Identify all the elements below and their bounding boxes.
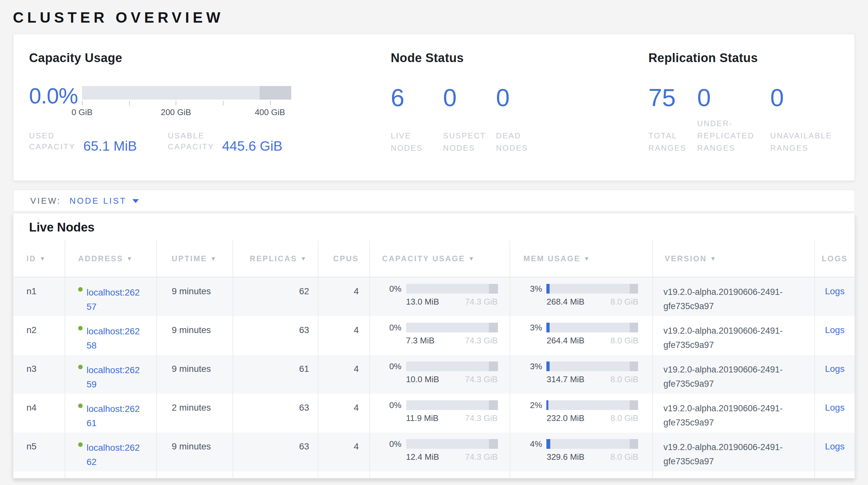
capacity-gauge-reserved-segment — [260, 86, 291, 99]
capacity-gauge-bar — [82, 86, 291, 99]
table-header-row: ID▼ ADDRESS▼ UPTIME▼ REPLICAS▼ CPUS CAPA… — [13, 240, 855, 278]
mem-total-value: 8.0 GiB — [610, 336, 639, 345]
sort-arrow-icon: ▼ — [469, 255, 475, 262]
unavailable-ranges-stat: 0 UNAVAILABLE RANGES — [770, 85, 842, 154]
suspect-nodes-value: 0 — [443, 85, 496, 111]
cpus-cell: 4 — [317, 355, 369, 394]
unavailable-ranges-value: 0 — [770, 85, 842, 111]
replicas-cell: 63 — [232, 316, 318, 355]
capacity-bar — [406, 323, 498, 333]
column-header-uptime[interactable]: UPTIME▼ — [156, 240, 232, 277]
mem-usage-cell: 3% 268.4 MiB8.0 GiB — [510, 278, 653, 316]
used-capacity-stat: USED CAPACITY 65.1 MiB — [29, 131, 137, 152]
node-address-link[interactable]: localhost:26262 — [87, 440, 142, 469]
cpus-cell: 4 — [317, 316, 369, 355]
capacity-used-value: 7.3 MiB — [406, 336, 434, 345]
sort-arrow-icon: ▼ — [127, 255, 133, 262]
logs-cell: Logs — [814, 394, 855, 433]
capacity-used-value: 11.9 MiB — [406, 413, 438, 423]
mem-bar-used — [547, 323, 550, 333]
uptime-cell: 9 minutes — [156, 316, 232, 355]
node-address-cell: localhost:26259 — [65, 355, 156, 394]
live-nodes-value: 6 — [391, 85, 443, 111]
version-cell: v19.2.0-alpha.20190606-2491-gfe735c9a97 — [653, 355, 815, 394]
logs-link[interactable]: Logs — [825, 286, 845, 296]
mem-used-value: 232.0 MiB — [547, 413, 585, 423]
node-address-cell: localhost:26257 — [65, 278, 156, 316]
tick-label-0: 0 GiB — [71, 107, 92, 117]
mem-bar — [547, 323, 639, 333]
node-address-link[interactable]: localhost:26258 — [87, 324, 142, 352]
node-live-dot-icon — [78, 365, 83, 369]
view-dropdown[interactable]: NODE LIST — [69, 196, 127, 206]
logs-cell: Logs — [814, 355, 855, 394]
node-id-cell: n3 — [13, 355, 65, 394]
node-status-title: Node Status — [391, 51, 648, 65]
uptime-cell: 9 minutes — [156, 433, 232, 472]
mem-percent: 3% — [523, 362, 542, 371]
column-header-logs: LOGS — [814, 240, 855, 277]
node-address-link[interactable]: localhost:26261 — [87, 402, 142, 430]
column-header-replicas[interactable]: REPLICAS▼ — [232, 240, 318, 277]
dead-nodes-stat: 0 DEAD NODES — [496, 85, 567, 154]
unavailable-ranges-label: UNAVAILABLE RANGES — [770, 130, 840, 154]
mem-total-value: 8.0 GiB — [610, 374, 639, 384]
usable-capacity-label: USABLE CAPACITY — [168, 131, 217, 152]
cluster-overview-page: CLUSTER OVERVIEW Capacity Usage 0.0% 0 G… — [0, 0, 868, 485]
table-row-clipped — [13, 472, 855, 479]
capacity-usage-cell: 0% 10.0 MiB74.3 GiB — [369, 355, 510, 394]
sort-arrow-icon: ▼ — [211, 255, 217, 262]
column-header-mem-usage[interactable]: MEM USAGE▼ — [510, 240, 653, 277]
node-address-cell: localhost:26258 — [65, 316, 156, 355]
mem-percent: 4% — [523, 439, 542, 449]
node-address-link[interactable]: localhost:26257 — [87, 285, 142, 314]
uptime-cell: 9 minutes — [156, 355, 232, 394]
logs-link[interactable]: Logs — [825, 441, 845, 451]
mem-bar — [547, 400, 639, 410]
replicas-cell: 61 — [232, 355, 318, 394]
cpus-cell: 4 — [317, 394, 369, 433]
logs-link[interactable]: Logs — [825, 402, 845, 412]
column-header-version[interactable]: VERSION▼ — [653, 240, 815, 277]
capacity-percent: 0% — [382, 400, 401, 410]
replicas-cell: 62 — [232, 278, 318, 316]
capacity-bar — [406, 439, 498, 449]
column-header-address[interactable]: ADDRESS▼ — [65, 240, 156, 277]
node-live-dot-icon — [78, 287, 83, 292]
node-address-cell: localhost:26262 — [65, 433, 156, 472]
capacity-percent: 0% — [382, 323, 401, 333]
node-id-cell: n2 — [13, 316, 65, 355]
version-cell: v19.2.0-alpha.20190606-2491-gfe735c9a97 — [653, 394, 815, 433]
mem-bar-reserved — [630, 439, 638, 449]
table-row: n3 localhost:26259 9 minutes 61 4 0% 10.… — [13, 355, 855, 394]
mem-usage-cell: 3% 314.7 MiB8.0 GiB — [510, 355, 653, 394]
cluster-summary-card: Capacity Usage 0.0% 0 GiB 200 GiB 400 Gi… — [13, 34, 855, 181]
node-id-cell: n1 — [13, 278, 65, 316]
table-row: n1 localhost:26257 9 minutes 62 4 0% 13.… — [13, 278, 855, 316]
mem-usage-cell: 4% 329.6 MiB8.0 GiB — [510, 433, 653, 472]
total-ranges-label: TOTAL RANGES — [648, 130, 690, 154]
node-address-cell: localhost:26261 — [65, 394, 156, 433]
live-nodes-card: Live Nodes ID▼ ADDRESS▼ UPTIME▼ REPLICAS… — [13, 213, 855, 479]
logs-cell: Logs — [814, 316, 855, 355]
logs-link[interactable]: Logs — [825, 364, 845, 374]
mem-usage-cell: 3% 264.4 MiB8.0 GiB — [510, 316, 653, 355]
logs-link[interactable]: Logs — [825, 325, 845, 335]
column-header-capacity-usage[interactable]: CAPACITY USAGE▼ — [369, 240, 510, 277]
total-ranges-value: 75 — [648, 85, 697, 111]
node-live-dot-icon — [78, 403, 83, 408]
capacity-bar — [406, 284, 498, 293]
capacity-usage-cell: 0% 13.0 MiB74.3 GiB — [369, 278, 510, 316]
live-nodes-label: LIVE NODES — [391, 130, 430, 154]
node-address-link[interactable]: localhost:26259 — [87, 363, 142, 391]
chevron-down-icon[interactable] — [132, 199, 139, 203]
uptime-cell: 9 minutes — [156, 278, 232, 316]
table-row: n4 localhost:26261 2 minutes 63 4 0% 11.… — [13, 394, 855, 433]
capacity-total-value: 74.3 GiB — [465, 452, 498, 462]
node-live-dot-icon — [78, 442, 83, 447]
version-cell: v19.2.0-alpha.20190606-2491-gfe735c9a97 — [653, 433, 815, 472]
mem-bar-used — [547, 439, 550, 449]
column-header-id[interactable]: ID▼ — [13, 240, 65, 277]
total-ranges-stat: 75 TOTAL RANGES — [648, 85, 697, 154]
node-status-section: Node Status 6 LIVE NODES 0 SUSPECT NODES… — [391, 51, 648, 180]
